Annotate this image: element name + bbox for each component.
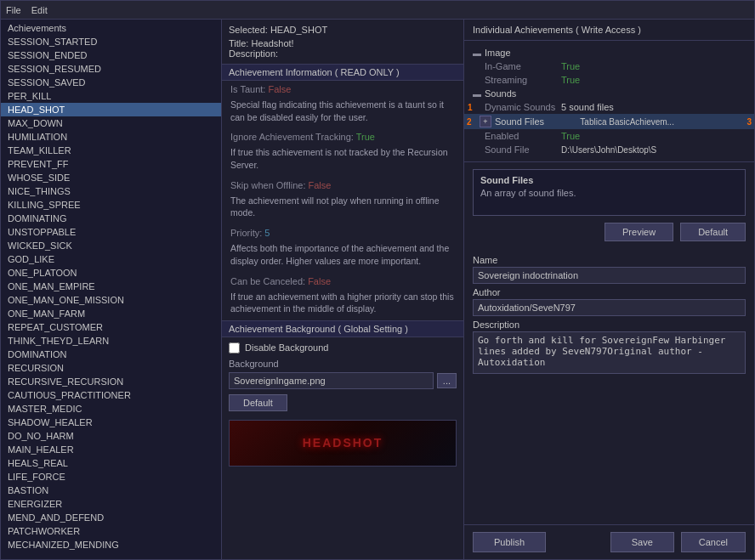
disable-bg-checkbox[interactable] bbox=[229, 342, 240, 354]
left-panel: AchievementsSESSION_STARTEDSESSION_ENDED… bbox=[1, 20, 222, 559]
author-label: Author bbox=[473, 287, 746, 297]
title-value: Headshot! bbox=[252, 38, 294, 48]
bg-dots-button[interactable]: ... bbox=[437, 373, 457, 388]
ignore-tracking-label: Ignore Achievement Tracking: bbox=[230, 132, 354, 142]
list-item-prevent_ff[interactable]: PREVENT_FF bbox=[1, 157, 221, 171]
list-item-think_theyd_learn[interactable]: THINK_THEYD_LEARN bbox=[1, 334, 221, 348]
skip-offline-value: False bbox=[309, 180, 332, 190]
bg-input-row: ... bbox=[222, 372, 463, 394]
sound-files-key: Sound Files bbox=[495, 116, 580, 127]
dynamic-sounds-row: 1 Dynamic Sounds 5 sound files bbox=[464, 100, 754, 114]
default-button[interactable]: Default bbox=[229, 394, 287, 411]
list-item-do_no_harm[interactable]: DO_NO_HARM bbox=[1, 429, 221, 443]
is-taunt-label: Is Taunt: bbox=[230, 84, 265, 94]
list-item-energizer[interactable]: ENERGIZER bbox=[1, 497, 221, 511]
list-item-mechanized_mending[interactable]: MECHANIZED_MENDING bbox=[1, 538, 221, 552]
sound-files-row[interactable]: 2 + Sound Files Tablica BasicAchievem...… bbox=[464, 114, 754, 129]
description-textarea[interactable]: Go forth and kill for SovereignFew Harbi… bbox=[473, 331, 746, 374]
preview-image-inner: HEADSHOT bbox=[230, 421, 456, 466]
list-item-main_healer[interactable]: MAIN_HEALER bbox=[1, 443, 221, 456]
list-item-team_killer[interactable]: TEAM_KILLER bbox=[1, 144, 221, 157]
selected-label: Selected: HEAD_SHOT bbox=[222, 20, 463, 38]
list-item-session_saved[interactable]: SESSION_SAVED bbox=[1, 76, 221, 89]
disable-bg-label: Disable Background bbox=[245, 342, 328, 353]
list-item-mend_and_defend[interactable]: MEND_AND_DEFEND bbox=[1, 511, 221, 524]
list-item-session_resumed[interactable]: SESSION_RESUMED bbox=[1, 62, 221, 76]
skip-offline-label: Skip when Offline: bbox=[230, 180, 305, 190]
list-item-one_man_one_mission[interactable]: ONE_MAN_ONE_MISSION bbox=[1, 293, 221, 307]
list-item-session_started[interactable]: SESSION_STARTED bbox=[1, 35, 221, 48]
dynamic-sounds-label: Dynamic Sounds bbox=[485, 102, 561, 112]
list-item-dominating[interactable]: DOMINATING bbox=[1, 212, 221, 225]
can-cancel-label: Can be Canceled: bbox=[230, 276, 305, 286]
badge-1: 1 bbox=[468, 103, 473, 112]
skip-offline-desc: The achievement will not play when runni… bbox=[222, 194, 463, 224]
image-section-toggle[interactable]: ▬ Image bbox=[464, 46, 754, 59]
sound-files-value: Tablica BasicAchievem... bbox=[580, 117, 751, 127]
list-item-recursion[interactable]: RECURSION bbox=[1, 361, 221, 375]
list-item-unstoppable[interactable]: UNSTOPPABLE bbox=[1, 225, 221, 239]
menu-file[interactable]: File bbox=[6, 5, 21, 15]
author-input[interactable] bbox=[473, 299, 746, 316]
save-button[interactable]: Save bbox=[610, 532, 674, 552]
list-item-recursive_recursion[interactable]: RECURSIVE_RECURSION bbox=[1, 375, 221, 388]
bg-input-field[interactable] bbox=[229, 372, 434, 389]
achievement-list[interactable]: AchievementsSESSION_STARTEDSESSION_ENDED… bbox=[1, 20, 221, 559]
list-item-one_platoon[interactable]: ONE_PLATOON bbox=[1, 266, 221, 280]
list-item-max_down[interactable]: MAX_DOWN bbox=[1, 116, 221, 130]
name-input[interactable] bbox=[473, 267, 746, 284]
sound-files-expand-icon[interactable]: + bbox=[480, 116, 491, 127]
list-item-god_like[interactable]: GOD_LIKE bbox=[1, 252, 221, 266]
ingame-row: In-Game True bbox=[464, 59, 754, 73]
list-item-humiliation[interactable]: HUMILIATION bbox=[1, 130, 221, 144]
list-item-patchworker[interactable]: PATCHWORKER bbox=[1, 524, 221, 538]
list-item-repeat_customer[interactable]: REPEAT_CUSTOMER bbox=[1, 320, 221, 334]
priority-row: Priority: 5 bbox=[222, 224, 463, 241]
list-item-per_kill[interactable]: PER_KILL bbox=[1, 89, 221, 103]
title-area: Title: Headshot! Description: bbox=[222, 38, 463, 64]
list-item-head_shot[interactable]: HEAD_SHOT bbox=[1, 103, 221, 116]
name-label: Name bbox=[473, 255, 746, 265]
list-item-wicked_sick[interactable]: WICKED_SICK bbox=[1, 239, 221, 252]
list-item-session_ended[interactable]: SESSION_ENDED bbox=[1, 48, 221, 62]
sound-info-title: Sound Files bbox=[480, 175, 738, 185]
streaming-value: True bbox=[561, 75, 746, 85]
achievement-info-scroll[interactable]: Achievement Information ( READ ONLY ) Is… bbox=[222, 64, 463, 559]
desc-label: Description: bbox=[229, 48, 278, 59]
list-item-bastion[interactable]: BASTION bbox=[1, 484, 221, 497]
menu-edit[interactable]: Edit bbox=[31, 5, 48, 15]
disable-bg-row: Disable Background bbox=[222, 342, 463, 359]
badge-3: 3 bbox=[746, 117, 752, 127]
preview-button[interactable]: Preview bbox=[605, 223, 673, 241]
priority-value: 5 bbox=[264, 228, 270, 238]
list-item-whose_side[interactable]: WHOSE_SIDE bbox=[1, 171, 221, 184]
sounds-collapse-icon: ▬ bbox=[473, 89, 481, 99]
cancel-button[interactable]: Cancel bbox=[681, 532, 746, 552]
sound-info-box: Sound Files An array of sound files. bbox=[473, 169, 746, 216]
sound-file-row: Sound File D:\Users\John\Desktop\S bbox=[464, 143, 754, 156]
sounds-section-label: Sounds bbox=[485, 88, 516, 99]
background-field-label: Background bbox=[222, 359, 463, 372]
list-item-shadow_healer[interactable]: SHADOW_HEALER bbox=[1, 416, 221, 429]
list-item-master_medic[interactable]: MASTER_MEDIC bbox=[1, 402, 221, 416]
list-item-nice_things[interactable]: NICE_THINGS bbox=[1, 184, 221, 198]
publish-button[interactable]: Publish bbox=[473, 532, 546, 552]
list-item-one_man_farm[interactable]: ONE_MAN_FARM bbox=[1, 307, 221, 320]
list-item-killing_spree[interactable]: KILLING_SPREE bbox=[1, 198, 221, 212]
ignore-tracking-desc: If true this achievement is not tracked … bbox=[222, 145, 463, 176]
list-item-one_man_empire[interactable]: ONE_MAN_EMPIRE bbox=[1, 280, 221, 293]
list-item-heals_real[interactable]: HEALS_REAL bbox=[1, 456, 221, 470]
sound-buttons-row: Preview Default bbox=[464, 223, 754, 248]
sound-file-value: D:\Users\John\Desktop\S bbox=[561, 145, 746, 155]
title-label: Title: bbox=[229, 38, 248, 48]
list-item-cautious_practitioner[interactable]: CAUTIOUS_PRACTITIONER bbox=[1, 388, 221, 402]
sounds-section-toggle[interactable]: ▬ Sounds bbox=[464, 87, 754, 100]
enabled-label: Enabled bbox=[485, 131, 561, 141]
default-sound-button[interactable]: Default bbox=[680, 223, 746, 241]
description-label: Description bbox=[473, 320, 746, 330]
list-item-domination[interactable]: DOMINATION bbox=[1, 348, 221, 361]
list-item-life_force[interactable]: LIFE_FORCE bbox=[1, 470, 221, 484]
list-item-achievements_header[interactable]: Achievements bbox=[1, 21, 221, 35]
ignore-tracking-row: Ignore Achievement Tracking: True bbox=[222, 128, 463, 145]
is-taunt-row: Is Taunt: False bbox=[222, 81, 463, 98]
